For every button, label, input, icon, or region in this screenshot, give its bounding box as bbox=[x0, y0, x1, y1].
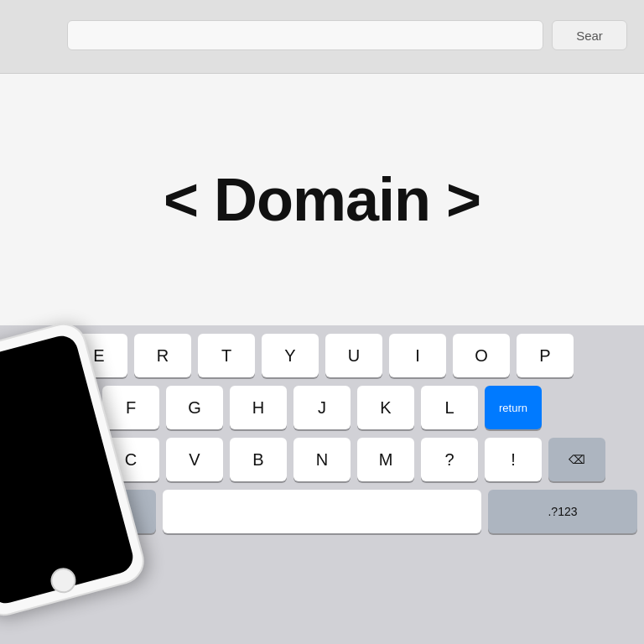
key-k[interactable]: K bbox=[357, 386, 414, 429]
key-b[interactable]: B bbox=[230, 438, 287, 481]
key-n[interactable]: N bbox=[293, 438, 351, 481]
key-u[interactable]: U bbox=[325, 334, 382, 377]
search-button[interactable]: Sear bbox=[552, 20, 627, 50]
key-r[interactable]: R bbox=[134, 334, 191, 377]
browser-area: Sear < Domain > E R T Y U I O P F G H bbox=[0, 0, 644, 644]
content-area: < Domain > bbox=[0, 74, 644, 325]
key-m[interactable]: M bbox=[357, 438, 414, 481]
key-l[interactable]: L bbox=[421, 386, 478, 429]
key-question[interactable]: ? bbox=[421, 438, 478, 481]
keyboard-row-1: E R T Y U I O P bbox=[7, 334, 637, 377]
key-spacebar[interactable] bbox=[163, 490, 481, 533]
key-p[interactable]: P bbox=[517, 334, 574, 377]
key-i[interactable]: I bbox=[389, 334, 446, 377]
key-j[interactable]: J bbox=[293, 386, 351, 429]
browser-bar: Sear bbox=[0, 0, 644, 74]
key-v[interactable]: V bbox=[166, 438, 223, 481]
key-return[interactable]: return bbox=[485, 386, 542, 429]
search-label: Sear bbox=[576, 29, 603, 43]
key-g[interactable]: G bbox=[166, 386, 223, 429]
key-h[interactable]: H bbox=[230, 386, 287, 429]
key-exclaim[interactable]: ! bbox=[485, 438, 542, 481]
domain-heading: < Domain > bbox=[164, 165, 480, 234]
key-o[interactable]: O bbox=[453, 334, 510, 377]
key-delete[interactable]: ⌫ bbox=[548, 438, 605, 481]
key-f[interactable]: F bbox=[102, 386, 159, 429]
key-num-toggle-right[interactable]: .?123 bbox=[488, 490, 637, 533]
address-bar[interactable] bbox=[67, 20, 543, 50]
key-t[interactable]: T bbox=[198, 334, 255, 377]
key-y[interactable]: Y bbox=[262, 334, 319, 377]
